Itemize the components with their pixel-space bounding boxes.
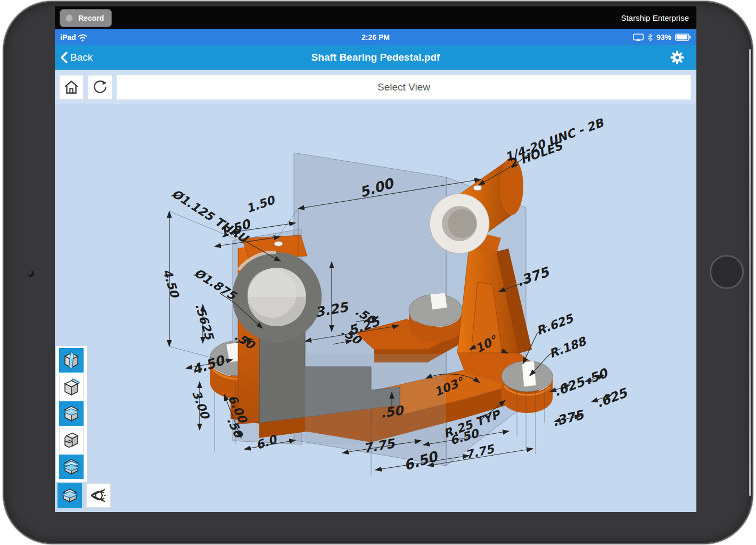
- nav-bar: Back Shaft Bearing Pedestal.pdf: [55, 45, 696, 70]
- battery-percent: 93%: [656, 33, 671, 42]
- rotate-icon: [92, 79, 109, 96]
- home-view-button[interactable]: [59, 75, 84, 100]
- screen: Record Starship Enterprise iPad 2:26 PM: [55, 6, 696, 512]
- section-corner-button[interactable]: [59, 375, 84, 399]
- settings-gear-icon[interactable]: [670, 50, 685, 65]
- battery-icon: [675, 34, 691, 41]
- plane-overlay: [305, 354, 446, 444]
- screen-mirroring-icon: [633, 34, 644, 42]
- ipad-device: Record Starship Enterprise iPad 2:26 PM: [3, 1, 753, 544]
- status-bar: iPad 2:26 PM 93%: [55, 29, 696, 45]
- cad-viewport[interactable]: 1/4-20 UNC - 2B2 HOLES5.001.50Ø1.125 THR…: [55, 104, 696, 512]
- device-name-label: Starship Enterprise: [621, 6, 689, 29]
- section-horizontal-plane-button[interactable]: [59, 401, 84, 426]
- record-button[interactable]: Record: [60, 9, 112, 27]
- select-view-bar[interactable]: Select View: [117, 75, 691, 100]
- record-dot-icon: [65, 14, 73, 22]
- clock: 2:26 PM: [55, 29, 696, 45]
- record-label: Record: [78, 14, 104, 22]
- section-vertical-plane-button[interactable]: [59, 348, 84, 373]
- right-foot-lobe: [502, 361, 553, 413]
- view-direction-button[interactable]: [86, 483, 111, 508]
- dimension-label: .50: [380, 403, 404, 421]
- toolbar: Select View: [55, 70, 696, 104]
- section-offset-button[interactable]: [59, 428, 84, 452]
- bluetooth-icon: [647, 34, 653, 42]
- section-plane-bottom-button[interactable]: [57, 483, 82, 508]
- home-icon: [63, 79, 79, 95]
- section-multi-plane-button[interactable]: [59, 455, 84, 479]
- recording-bar: Record Starship Enterprise: [55, 6, 696, 29]
- device-edge-highlight: [749, 49, 751, 496]
- front-camera: [27, 270, 34, 277]
- hardware-home-button[interactable]: [710, 255, 744, 289]
- rotate-view-button[interactable]: [88, 75, 112, 100]
- document-title: Shaft Bearing Pedestal.pdf: [55, 45, 696, 70]
